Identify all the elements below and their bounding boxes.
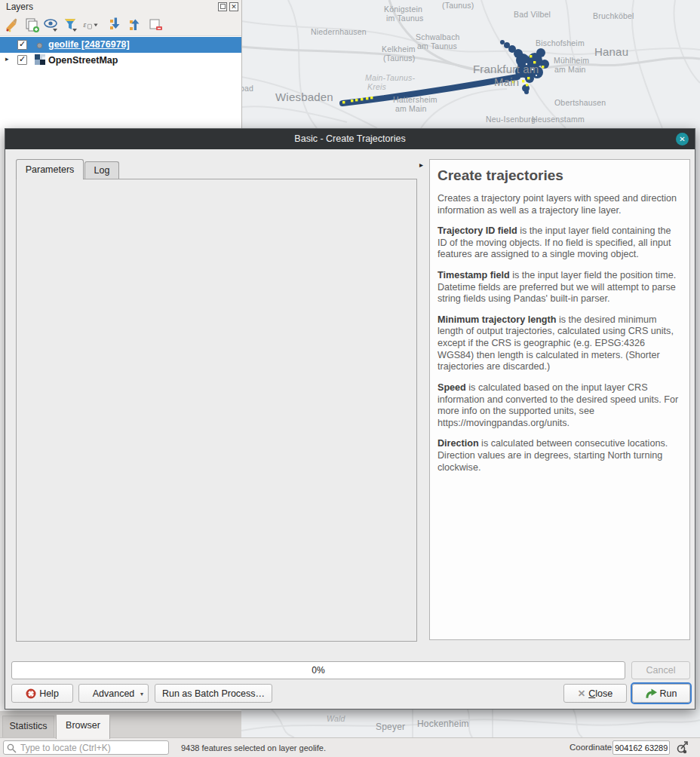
- map-label: bad: [241, 84, 253, 93]
- button-label: Help: [39, 688, 59, 699]
- coordinate-label: Coordinate: [570, 743, 612, 752]
- map-label: Bad Vilbel: [514, 10, 551, 19]
- status-bar: 9438 features selected on layer geolife.…: [0, 737, 700, 757]
- parameters-panel: [16, 179, 417, 642]
- help-paragraph: Speed is calculated based on the input l…: [438, 382, 682, 429]
- map-label: Bischofsheim: [536, 38, 585, 48]
- button-label: lose: [595, 688, 612, 699]
- map-label: Heusenstamm: [532, 115, 585, 124]
- splitter-collapse-icon[interactable]: ▸: [419, 161, 423, 169]
- status-message: 9438 features selected on layer geolife.: [181, 743, 326, 752]
- map-label: Kreis: [367, 82, 386, 91]
- map-label: am Main: [395, 104, 427, 113]
- tab-parameters[interactable]: Parameters: [16, 159, 84, 179]
- tab-browser[interactable]: Browser: [56, 714, 110, 739]
- help-paragraph: Minimum trajectory length is the desired…: [438, 314, 682, 373]
- locate-input[interactable]: [3, 740, 169, 755]
- run-as-batch-button[interactable]: Run as Batch Process…: [155, 684, 272, 703]
- layers-panel-header: Layers ✕: [0, 0, 241, 14]
- map-label: Frankfurt am: [473, 63, 539, 75]
- map-canvas-bottom[interactable]: Wald Speyer Hockenheim: [241, 709, 700, 737]
- layer-label[interactable]: geolife [24876978]: [48, 39, 130, 50]
- manage-map-themes-icon[interactable]: [43, 17, 60, 33]
- help-paragraph: Trajectory ID field is the input layer f…: [438, 225, 682, 261]
- map-label: Speyer: [376, 722, 405, 732]
- filter-legend-icon[interactable]: [63, 17, 79, 33]
- qgis-window: (Taunus) Königstein im Taunus Bad Vilbel…: [0, 0, 700, 757]
- remove-layer-icon[interactable]: [147, 17, 164, 33]
- map-label: Hockenheim: [417, 719, 469, 729]
- run-icon: [646, 688, 657, 699]
- map-label: Mühlheim: [554, 56, 589, 65]
- map-strip-roads: [241, 709, 700, 737]
- layer-checkbox[interactable]: [17, 55, 27, 65]
- close-panel-icon[interactable]: ✕: [229, 2, 238, 11]
- map-label: Bruchköbel: [593, 11, 634, 20]
- add-group-icon[interactable]: [23, 17, 40, 33]
- dialog-titlebar[interactable]: Basic - Create Trajectories ✕: [5, 129, 695, 149]
- map-label: im Taunus: [386, 14, 423, 23]
- button-label: C: [588, 688, 595, 699]
- map-label: Hattersheim: [393, 95, 438, 104]
- expand-layer-icon[interactable]: ▸: [5, 55, 9, 63]
- help-paragraph: Timestamp field is the input layer field…: [438, 270, 682, 305]
- filter-by-expression-icon[interactable]: ε: [82, 17, 105, 33]
- map-label: Königstein: [384, 5, 422, 14]
- layer-checkbox[interactable]: [17, 40, 27, 50]
- layer-row-openstreetmap[interactable]: ▸ OpenStreetMap: [0, 53, 241, 69]
- chevron-down-icon: ▾: [140, 691, 143, 697]
- run-button[interactable]: Run: [632, 684, 690, 703]
- layers-panel-title: Layers: [6, 2, 33, 12]
- help-title: Create trajectories: [438, 167, 682, 184]
- map-label: Obertshausen: [554, 98, 606, 107]
- point-symbol-icon: [36, 42, 43, 49]
- progress-bar: 0%: [11, 661, 625, 679]
- coordinate-input[interactable]: [612, 740, 670, 755]
- search-icon: [7, 743, 17, 753]
- map-label: Hanau: [594, 45, 628, 58]
- svg-text:ε: ε: [83, 21, 86, 29]
- button-label: Advanced: [93, 688, 135, 699]
- map-label: Main-Taunus-: [365, 73, 415, 82]
- map-label: (Taunus): [383, 54, 415, 63]
- map-label: Wiesbaden: [275, 90, 333, 103]
- map-label: Kelkheim: [382, 44, 416, 54]
- map-label: am Main: [554, 65, 586, 74]
- help-panel: Create trajectories Creates a trajectory…: [429, 159, 690, 640]
- tab-statistics[interactable]: Statistics: [2, 716, 54, 737]
- close-button[interactable]: ✕Close: [563, 684, 627, 703]
- map-label: Niedernhausen: [311, 27, 367, 36]
- map-label: Schwalbach: [416, 32, 460, 41]
- help-icon: [26, 688, 36, 699]
- dialog-close-icon[interactable]: ✕: [676, 133, 689, 146]
- map-label: am Taunus: [417, 41, 457, 51]
- map-canvas[interactable]: (Taunus) Königstein im Taunus Bad Vilbel…: [241, 0, 700, 128]
- style-manager-icon[interactable]: [4, 17, 20, 33]
- create-trajectories-dialog: Basic - Create Trajectories ✕ Parameters…: [5, 128, 695, 709]
- map-label: Wald: [327, 714, 345, 723]
- expand-all-icon[interactable]: [108, 17, 124, 33]
- button-label: Run: [660, 688, 677, 699]
- undock-panel-icon[interactable]: [218, 2, 227, 11]
- layer-row-geolife[interactable]: geolife [24876978]: [0, 37, 241, 53]
- map-label: Neu-Isenburg: [486, 115, 536, 124]
- layers-toolbar: ε: [0, 14, 241, 36]
- help-button[interactable]: Help: [11, 684, 73, 703]
- bottom-dock-tabband: Statistics Browser: [0, 711, 241, 737]
- cancel-button[interactable]: Cancel: [631, 661, 690, 679]
- collapse-all-icon[interactable]: [127, 17, 144, 33]
- layers-panel: Layers ✕ ε: [0, 0, 242, 128]
- osm-layer-icon: [35, 54, 46, 66]
- help-paragraph: Creates a trajectory point layers with s…: [438, 193, 682, 216]
- map-label: Main: [494, 75, 519, 88]
- layer-label[interactable]: OpenStreetMap: [48, 55, 118, 66]
- mouse-position-icon[interactable]: [675, 740, 689, 755]
- advanced-button[interactable]: Advanced ▾: [78, 684, 149, 703]
- help-paragraph: Direction is calculated between consecut…: [438, 438, 682, 474]
- close-x-icon: ✕: [578, 688, 585, 699]
- dialog-title: Basic - Create Trajectories: [5, 133, 695, 144]
- map-label: (Taunus): [442, 1, 474, 10]
- tab-log[interactable]: Log: [84, 161, 119, 179]
